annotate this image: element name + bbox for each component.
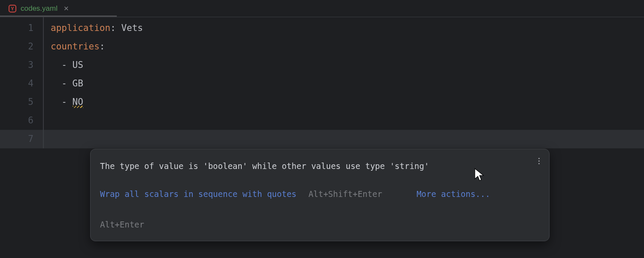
yaml-value: GB <box>73 78 83 89</box>
yaml-key: countries <box>51 41 100 52</box>
tab-filename: codes.yaml <box>21 4 58 13</box>
code-line[interactable]: - GB <box>51 74 143 93</box>
line-number: 7 <box>0 130 43 148</box>
colon: : <box>100 41 105 52</box>
close-tab-button[interactable]: ✕ <box>62 5 71 12</box>
line-number: 5 <box>0 93 43 111</box>
yaml-value-warning[interactable]: NO <box>73 97 83 107</box>
colon: : <box>110 23 121 33</box>
line-number: 4 <box>0 74 43 93</box>
code-line[interactable]: countries: <box>51 37 143 56</box>
dash: - <box>51 78 73 89</box>
line-number: 1 <box>0 19 43 37</box>
code-line[interactable] <box>51 111 143 130</box>
yaml-value: Vets <box>121 23 143 33</box>
yaml-file-icon: Y <box>9 5 16 12</box>
inspection-message: The type of value is 'boolean' while oth… <box>100 157 540 175</box>
dash: - <box>51 60 73 70</box>
quick-fix-link[interactable]: Wrap all scalars in sequence with quotes <box>100 185 297 203</box>
editor[interactable]: 1 2 3 4 5 6 7 application: Vets countrie… <box>0 17 644 148</box>
line-number: 6 <box>0 111 43 130</box>
dash: - <box>51 97 73 107</box>
more-actions-shortcut: Alt+Enter <box>100 215 144 234</box>
code-line[interactable]: application: Vets <box>51 19 143 37</box>
file-tab-codes-yaml[interactable]: Y codes.yaml ✕ <box>4 2 75 15</box>
code-line[interactable]: - NO <box>51 93 143 111</box>
line-number: 3 <box>0 56 43 74</box>
inspection-tooltip: The type of value is 'boolean' while oth… <box>90 149 550 241</box>
code-line[interactable] <box>51 130 143 148</box>
tooltip-more-menu-button[interactable] <box>537 155 541 167</box>
more-actions-link[interactable]: More actions... <box>416 185 490 203</box>
tab-active-underline <box>0 15 117 17</box>
line-number-gutter: 1 2 3 4 5 6 7 <box>0 17 43 148</box>
yaml-value: US <box>73 60 83 70</box>
code-line[interactable]: - US <box>51 56 143 74</box>
yaml-key: application <box>51 23 110 33</box>
quick-fix-shortcut: Alt+Shift+Enter <box>309 185 383 203</box>
code-area[interactable]: application: Vets countries: - US - GB -… <box>44 17 143 148</box>
line-number: 2 <box>0 37 43 56</box>
tab-bar: Y codes.yaml ✕ <box>0 0 644 17</box>
